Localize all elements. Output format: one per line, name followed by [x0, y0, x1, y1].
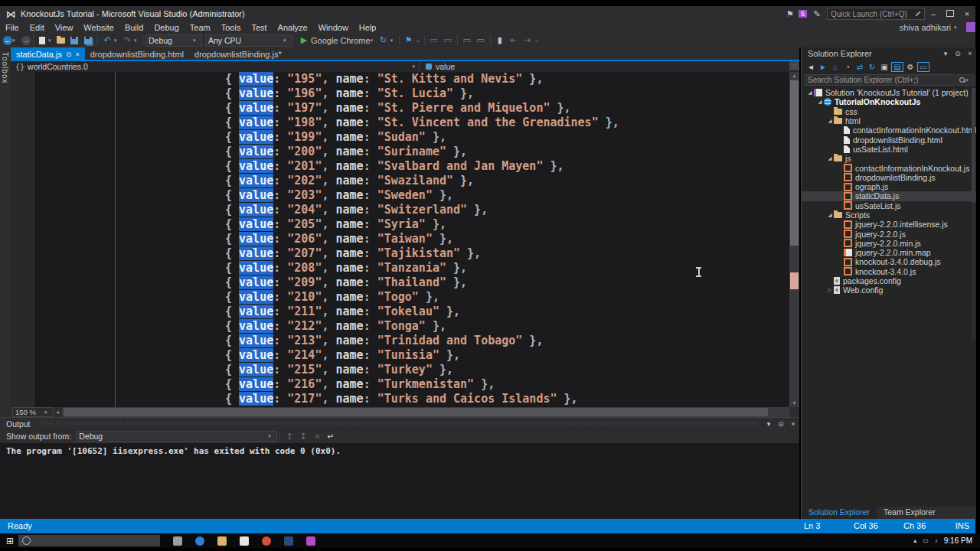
- outlook-icon[interactable]: [284, 536, 293, 546]
- tree-item[interactable]: packages.config: [802, 276, 976, 285]
- code-line[interactable]: { value: "206", name: "Taiwan" },: [44, 232, 789, 246]
- window-position-caret-icon[interactable]: ▾: [939, 50, 952, 57]
- start-debugging-icon[interactable]: ▶: [297, 35, 311, 45]
- next-bookmark-icon[interactable]: ⇥: [521, 35, 534, 45]
- toolbar-overflow-icon[interactable]: ⌄: [416, 37, 422, 44]
- tree-item[interactable]: ograph.js: [802, 182, 976, 191]
- code-line[interactable]: { value: "204", name: "Switzerland" },: [44, 203, 789, 217]
- close-pane-icon[interactable]: ×: [787, 420, 799, 428]
- show-all-files-icon[interactable]: ▤: [891, 62, 903, 72]
- tree-item[interactable]: ◢Solution 'KnockoutJs Tutorial' (1 proje…: [802, 88, 976, 97]
- taskbar-search-box[interactable]: [18, 535, 160, 546]
- expand-down-icon[interactable]: ◢: [826, 155, 834, 161]
- increase-indent-icon[interactable]: ▭: [474, 35, 488, 45]
- pin-icon[interactable]: ⊙: [775, 420, 787, 428]
- tab-dropdownlistBinding-js-[interactable]: dropdownlistBinding.js*: [189, 47, 287, 60]
- file-explorer-icon[interactable]: [217, 536, 227, 546]
- hscroll-left-icon[interactable]: ◂: [56, 409, 59, 416]
- code-line[interactable]: { value: "211", name: "Tokelau" },: [44, 305, 789, 319]
- properties-icon[interactable]: ⚙: [904, 63, 916, 71]
- solution-configuration-select[interactable]: Debug ▾: [145, 34, 202, 47]
- menu-file[interactable]: File: [0, 23, 24, 32]
- tree-item[interactable]: jquery-2.2.0.js: [802, 229, 976, 238]
- tree-item[interactable]: jquery-2.2.0.intellisense.js: [802, 220, 976, 229]
- tree-item[interactable]: ◢Scripts: [802, 210, 976, 220]
- tree-item[interactable]: knockout-3.4.0.js: [802, 267, 976, 276]
- previous-bookmark-icon[interactable]: ⇤: [507, 35, 521, 45]
- user-caret-icon[interactable]: ▾: [954, 24, 960, 31]
- notification-count-badge[interactable]: 5: [799, 10, 807, 18]
- open-file-icon[interactable]: [57, 37, 65, 44]
- menu-window[interactable]: Window: [313, 23, 354, 32]
- tree-item[interactable]: usSateList.html: [802, 145, 976, 154]
- vertical-scrollbar-thumb[interactable]: [790, 80, 799, 246]
- quick-launch-input[interactable]: Quick Launch (Ctrl+Q): [827, 8, 925, 20]
- tree-item[interactable]: ◢TutorialOnKnockoutJs: [802, 97, 976, 106]
- tree-item[interactable]: contactInformationInKnockout.js: [802, 163, 976, 172]
- window-position-caret-icon[interactable]: ▾: [763, 420, 775, 428]
- expand-right-icon[interactable]: ▷: [826, 287, 834, 293]
- code-line[interactable]: { value: "217", name: "Turks and Caicos …: [44, 392, 789, 406]
- horizontal-scrollbar-thumb[interactable]: [64, 408, 768, 416]
- tree-item[interactable]: jquery-2.2.0.min.js: [802, 239, 976, 248]
- tray-network-icon[interactable]: ▭: [923, 537, 929, 544]
- tree-item[interactable]: jquery-2.2.0.min.map: [802, 248, 976, 257]
- solution-explorer-header[interactable]: Solution Explorer ▾ ⊙ ×: [802, 47, 976, 60]
- navbar-type-dropdown[interactable]: {} worldCountries.0 ▾: [11, 61, 420, 72]
- refresh-icon[interactable]: ↻: [866, 63, 878, 71]
- toolbox-tab[interactable]: Toolbox: [1, 52, 9, 83]
- store-icon[interactable]: [240, 536, 249, 546]
- edge-browser-icon[interactable]: [195, 536, 204, 546]
- bottom-tab-solution-explorer[interactable]: Solution Explorer: [802, 507, 877, 519]
- next-message-icon[interactable]: ↧: [296, 432, 310, 442]
- tree-item[interactable]: css: [802, 107, 976, 116]
- refresh-browser-icon[interactable]: ↻: [377, 35, 390, 45]
- tree-item[interactable]: knockout-3.4.0.debug.js: [802, 257, 976, 266]
- clear-all-icon[interactable]: ×: [310, 432, 324, 441]
- code-line[interactable]: { value: "208", name: "Tanzania" },: [44, 261, 789, 276]
- expand-down-icon[interactable]: ◢: [806, 90, 814, 96]
- tree-item[interactable]: usSateList.js: [802, 201, 976, 210]
- expand-down-icon[interactable]: ◢: [816, 99, 824, 105]
- taskbar-clock[interactable]: 9:16 PM: [944, 536, 972, 545]
- comment-icon[interactable]: ▭: [427, 35, 441, 45]
- scroll-down-icon[interactable]: ▼: [789, 399, 799, 407]
- code-line[interactable]: { value: "210", name: "Togo" },: [44, 290, 789, 305]
- code-line[interactable]: { value: "199", name: "Sudan" },: [44, 130, 789, 145]
- save-icon[interactable]: [70, 37, 78, 44]
- expand-down-icon[interactable]: ◢: [826, 118, 834, 124]
- code-line[interactable]: { value: "215", name: "Turkey" },: [44, 363, 789, 377]
- preview-selected-items-icon[interactable]: ▭: [917, 62, 929, 72]
- tree-item[interactable]: dropdownlistBinding.js: [802, 173, 976, 182]
- home-icon[interactable]: ⌂: [829, 63, 841, 71]
- pending-changes-filter-icon[interactable]: ◔: [841, 63, 854, 71]
- menu-view[interactable]: View: [50, 23, 79, 32]
- code-line[interactable]: { value: "212", name: "Tonga" },: [44, 319, 789, 334]
- code-line[interactable]: { value: "197", name: "St. Pierre and Mi…: [44, 101, 789, 116]
- decrease-indent-icon[interactable]: ▭: [460, 35, 474, 45]
- new-file-caret-icon[interactable]: ▾: [48, 37, 54, 44]
- menu-test[interactable]: Test: [246, 23, 272, 32]
- undo-caret-icon[interactable]: ▾: [114, 37, 120, 44]
- close-tab-icon[interactable]: ×: [75, 51, 79, 58]
- undo-icon[interactable]: ↶: [100, 35, 114, 45]
- solution-platform-select[interactable]: Any CPU ▾: [205, 34, 292, 47]
- code-line[interactable]: { value: "214", name: "Tunisia" },: [44, 348, 789, 363]
- menu-debug[interactable]: Debug: [149, 23, 184, 32]
- code-line[interactable]: { value: "207", name: "Tajikistan" },: [44, 246, 789, 261]
- pin-tab-icon[interactable]: ⊙: [66, 51, 72, 58]
- code-line[interactable]: { value: "195", name: "St. Kitts and Nev…: [44, 72, 789, 86]
- expand-down-icon[interactable]: ◢: [826, 212, 834, 218]
- code-line[interactable]: { value: "205", name: "Syria" },: [44, 217, 789, 232]
- menu-edit[interactable]: Edit: [24, 23, 50, 32]
- tree-item[interactable]: ◢html: [802, 116, 976, 126]
- code-editor[interactable]: { value: "195", name: "St. Kitts and Nev…: [11, 72, 789, 407]
- user-name[interactable]: shiva adhikari: [900, 23, 951, 32]
- chrome-icon[interactable]: [262, 536, 271, 546]
- tree-item[interactable]: staticData.js: [802, 191, 976, 201]
- menu-team[interactable]: Team: [185, 23, 216, 32]
- scroll-up-icon[interactable]: ▲: [789, 72, 799, 80]
- navigate-back-caret-icon[interactable]: ▾: [12, 37, 18, 44]
- horizontal-scrollbar[interactable]: [62, 407, 789, 417]
- output-source-select[interactable]: Debug ▾: [76, 431, 277, 442]
